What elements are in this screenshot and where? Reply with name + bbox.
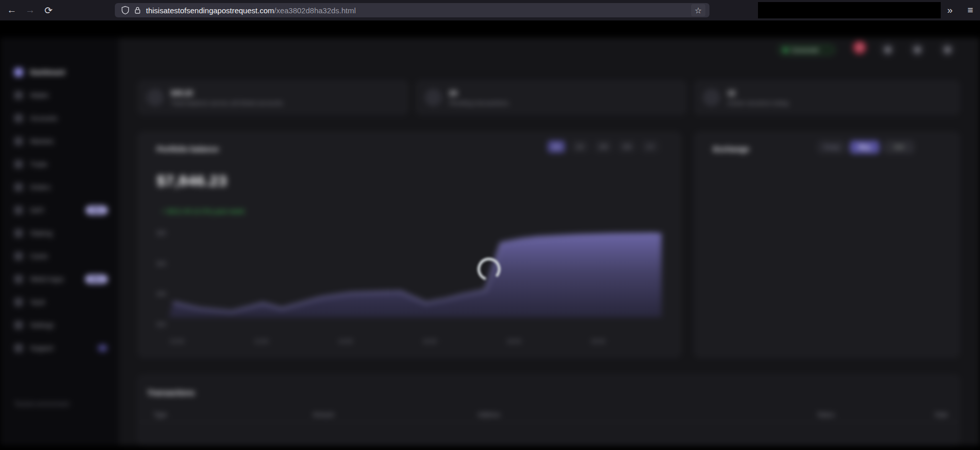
sidebar-badge: New xyxy=(86,206,108,215)
x-axis-label: 14:00 xyxy=(338,338,353,344)
column-header-amount[interactable]: Amount xyxy=(313,411,334,418)
support-icon xyxy=(14,344,23,352)
web3-apps-icon xyxy=(14,275,23,283)
sidebar-item-trade[interactable]: Trade xyxy=(0,153,119,176)
column-header-address[interactable]: Address xyxy=(478,411,500,418)
sidebar-item-label: Trade xyxy=(30,160,47,168)
blurred-page-content: DashboardWalletAccountsMarketsTradeOrder… xyxy=(0,20,980,450)
sidebar-item-label: Orders xyxy=(30,183,51,191)
url-domain: thisisatestofsendingapostrequest.com xyxy=(146,6,274,15)
sidebar-item-label: Support xyxy=(30,344,54,352)
accounts-icon xyxy=(14,114,23,123)
page-viewport: DashboardWalletAccountsMarketsTradeOrder… xyxy=(0,20,980,450)
markets-icon xyxy=(14,137,23,146)
profile-icon xyxy=(945,47,950,53)
redacted-toolbar-area xyxy=(758,2,941,18)
sidebar-item-wallet[interactable]: Wallet xyxy=(0,84,119,107)
hamburger-menu-icon[interactable]: ≡ xyxy=(962,0,979,20)
page-top-strip xyxy=(0,20,980,38)
apps-icon xyxy=(915,47,920,53)
apps-button[interactable] xyxy=(910,42,924,57)
sidebar-item-cards[interactable]: Cards xyxy=(0,245,119,268)
notification-badge[interactable]: 3 xyxy=(853,41,866,54)
balance-icon xyxy=(146,89,164,106)
reload-icon[interactable]: ⟳ xyxy=(40,0,57,20)
y-axis-label: $8K xyxy=(157,230,167,236)
stat-card-pending[interactable]: 24 Pending transactions xyxy=(416,80,687,115)
cards-icon xyxy=(14,252,23,260)
sidebar-item-orders[interactable]: Orders xyxy=(0,176,119,199)
sidebar-item-dashboard[interactable]: Dashboard xyxy=(0,61,119,84)
wallet-icon xyxy=(14,91,23,100)
column-header-date[interactable]: Date xyxy=(935,411,948,418)
exchange-buttons: SwapBuySell xyxy=(817,140,914,154)
dashboard-icon xyxy=(14,68,23,77)
range-button-1d[interactable]: 1D xyxy=(571,140,589,153)
range-button-1w[interactable]: 1W xyxy=(595,140,612,153)
url-text[interactable]: thisisatestofsendingapostrequest.com/xea… xyxy=(146,6,691,15)
range-button-1h[interactable]: 1H xyxy=(548,140,565,153)
column-header-status[interactable]: Status xyxy=(817,411,835,418)
notifications-button[interactable] xyxy=(880,42,895,57)
range-button-1m[interactable]: 1M xyxy=(618,140,635,153)
staking-icon xyxy=(14,229,23,238)
bookmark-star-icon[interactable]: ☆ xyxy=(691,4,705,16)
url-bar[interactable]: thisisatestofsendingapostrequest.com/xea… xyxy=(115,3,709,17)
table-header-row: TypeAmountAddressStatusDate xyxy=(138,408,959,422)
sidebar-badge: 2 xyxy=(97,344,108,352)
defi-icon xyxy=(14,206,23,215)
stat-title: 12 xyxy=(727,89,789,97)
x-axis-label: 18:00 xyxy=(507,338,521,344)
trade-icon xyxy=(14,160,23,169)
stat-subtitle: Pending transactions xyxy=(449,100,509,107)
sidebar-nav: DashboardWalletAccountsMarketsTradeOrder… xyxy=(0,38,119,360)
sidebar-item-settings[interactable]: Settings xyxy=(0,314,119,337)
area-fill xyxy=(169,233,662,317)
x-axis-label: 16:00 xyxy=(423,338,437,344)
sidebar-item-support[interactable]: Support2 xyxy=(0,337,119,360)
sidebar-item-label: DeFi xyxy=(30,206,44,214)
connection-status-pill[interactable]: Connected xyxy=(778,44,836,56)
range-button-1y[interactable]: 1Y xyxy=(642,140,659,153)
sidebar-item-accounts[interactable]: Accounts xyxy=(0,107,119,130)
sidebar-item-label: Accounts xyxy=(30,114,57,122)
sidebar-item-defi[interactable]: DeFiNew xyxy=(0,199,119,222)
notifications-icon xyxy=(885,47,891,53)
stat-title: $45.20 xyxy=(171,89,283,97)
overflow-chevrons-icon[interactable]: » xyxy=(941,0,959,20)
loading-spinner-icon xyxy=(476,256,502,282)
sidebar-badge: Beta xyxy=(85,275,108,283)
status-label: Connected xyxy=(791,47,818,53)
time-range-buttons: 1H1D1W1M1Y xyxy=(548,140,659,153)
back-icon[interactable]: ← xyxy=(3,0,20,20)
transactions-card: Transactions TypeAmountAddressStatusDate xyxy=(138,375,960,445)
sidebar-item-staking[interactable]: Staking xyxy=(0,222,119,245)
sidebar-item-vault[interactable]: Vault xyxy=(0,291,119,314)
forward-icon[interactable]: → xyxy=(21,0,39,20)
stat-title: 24 xyxy=(449,89,509,97)
main-content: Connected 3 $45.20 Total balance across … xyxy=(119,38,980,445)
shield-icon[interactable] xyxy=(121,6,130,15)
y-axis-label: $4K xyxy=(157,291,167,297)
transactions-title: Transactions xyxy=(148,388,195,397)
stat-card-sessions[interactable]: 12 Active sessions today xyxy=(694,80,960,115)
portfolio-change: + $312.40 (4.2%) past week xyxy=(162,207,244,215)
sessions-icon xyxy=(703,89,720,106)
sidebar-item-label: Dashboard xyxy=(30,68,65,76)
y-axis-label: $2K xyxy=(157,321,167,327)
buy-button[interactable]: Buy xyxy=(850,140,879,154)
lock-icon xyxy=(134,6,141,14)
swap-button[interactable]: Swap xyxy=(817,140,846,154)
stat-card-balance[interactable]: $45.20 Total balance across all linked a… xyxy=(138,80,408,115)
chart-card-title: Portfolio balance xyxy=(157,145,219,153)
x-axis-label: 20:00 xyxy=(591,338,605,344)
sidebar-item-web3-apps[interactable]: Web3 AppsBeta xyxy=(0,268,119,291)
sidebar-item-label: Cards xyxy=(30,252,48,260)
column-header-type[interactable]: Type xyxy=(154,411,167,418)
profile-button[interactable] xyxy=(940,42,954,57)
url-path: /xea3802d8ha32ds.html xyxy=(274,6,356,15)
sidebar-item-label: Vault xyxy=(30,298,45,306)
sidebar-item-markets[interactable]: Markets xyxy=(0,130,119,153)
sell-button[interactable]: Sell xyxy=(884,140,914,154)
x-axis-label: 12:00 xyxy=(254,338,268,344)
